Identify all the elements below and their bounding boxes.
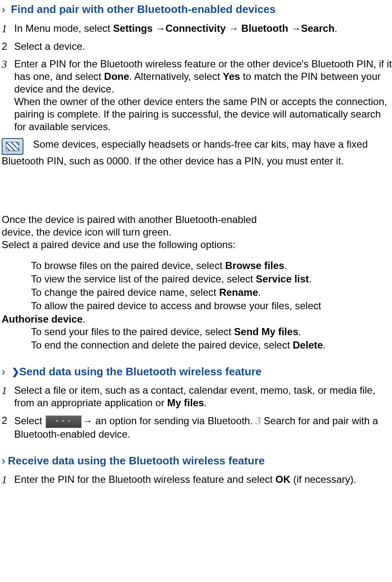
text: .: [204, 397, 207, 408]
paired-info-block: Once the device is paired with another B…: [2, 213, 392, 351]
option-line: To end the connection and delete the pai…: [31, 339, 392, 351]
option-line: To change the paired device name, select…: [31, 286, 392, 299]
text-line: device, the device icon will turn green.: [2, 226, 392, 238]
bullet-icon: ❯: [12, 367, 19, 377]
step-number: 3: [2, 58, 14, 71]
option-line: To allow the paired device to access and…: [2, 300, 392, 326]
section-title: Send data using the Bluetooth wireless f…: [19, 365, 261, 378]
chevron-icon: ›: [2, 365, 5, 378]
option-line: To send your files to the paired device,…: [31, 326, 392, 338]
text: To view the service list of the paired d…: [31, 273, 256, 285]
steps-find-pair: 1 In Menu mode, select Settings →Connect…: [2, 22, 392, 133]
step-item: 3 Enter a PIN for the Bluetooth wireless…: [2, 58, 392, 133]
text: .: [298, 326, 301, 337]
note-icon: [2, 138, 23, 155]
bold: My files: [167, 397, 204, 408]
chevron-icon: ›: [2, 3, 5, 15]
bold: Yes: [223, 71, 240, 82]
text: To send your files to the paired device,…: [31, 326, 234, 337]
bold: Rename: [219, 287, 258, 298]
bold: Delete: [293, 339, 323, 351]
step-number: 1: [2, 473, 14, 486]
text: When the owner of the other device enter…: [14, 96, 387, 132]
section-heading-receive: ›Receive data using the Bluetooth wirele…: [2, 454, 392, 468]
text: To change the paired device name, select: [31, 287, 219, 298]
arrow-icon: →: [228, 23, 241, 34]
step-item: 1 In Menu mode, select Settings →Connect…: [2, 22, 392, 35]
section-title: Find and pair with other Bluetooth-enabl…: [11, 3, 276, 15]
text: To allow the paired device to access and…: [31, 300, 321, 311]
spacer: [2, 251, 392, 259]
arrow-icon: →: [155, 23, 165, 34]
text: .: [258, 287, 261, 298]
section-heading-find-pair: › Find and pair with other Bluetooth-ena…: [2, 3, 392, 16]
text: → an option for sending via Bluetooth.: [82, 415, 256, 426]
text: . Alternatively, select: [129, 71, 223, 82]
step-body: Enter a PIN for the Bluetooth wireless f…: [14, 58, 392, 133]
steps-receive: 1 Enter the PIN for the Bluetooth wirele…: [2, 473, 392, 486]
step-body: Select → an option for sending via Bluet…: [14, 414, 392, 441]
bold: Settings: [113, 23, 155, 34]
step-body: Select a device.: [14, 40, 392, 53]
steps-send: 1 Select a file or item, such as a conta…: [2, 384, 392, 441]
note-text: Some devices, especially headsets or han…: [2, 138, 368, 167]
step-number: 2: [2, 40, 14, 53]
step-item: 2 Select a device.: [2, 40, 392, 53]
step-item: 1 Enter the PIN for the Bluetooth wirele…: [2, 473, 392, 486]
bold: Search: [301, 23, 334, 34]
inline-step-number: 3: [256, 415, 261, 426]
text: Enter the PIN for the Bluetooth wireless…: [14, 474, 275, 485]
step-body: In Menu mode, select Settings →Connectiv…: [14, 22, 392, 35]
text: .: [284, 260, 287, 271]
text: .: [82, 313, 85, 325]
option-line: To browse files on the paired device, se…: [31, 259, 392, 272]
bold: Done: [104, 71, 129, 82]
bold: Bluetooth: [241, 23, 291, 34]
text: .: [323, 339, 326, 351]
bold: Send My files: [234, 326, 298, 337]
text: To browse files on the paired device, se…: [31, 260, 225, 271]
step-body: Enter the PIN for the Bluetooth wireless…: [14, 473, 392, 486]
step-number: 1: [2, 22, 14, 35]
bold: Service list: [256, 273, 309, 285]
text: (if necessary).: [290, 474, 356, 485]
text: Select: [14, 415, 45, 426]
step-item: 2 Select → an option for sending via Blu…: [2, 414, 392, 441]
step-item: 1 Select a file or item, such as a conta…: [2, 384, 392, 409]
more-options-icon: [46, 415, 82, 428]
chevron-icon: ›: [2, 454, 5, 467]
text: .: [309, 273, 312, 285]
section-heading-send: › ❯Send data using the Bluetooth wireles…: [2, 365, 392, 379]
option-line: To view the service list of the paired d…: [31, 273, 392, 285]
text: To end the connection and delete the pai…: [31, 339, 293, 351]
bold: Connectivity: [165, 23, 228, 34]
arrow-icon: →: [291, 23, 301, 34]
text: .: [335, 23, 338, 34]
step-number: 2: [2, 414, 14, 427]
text-line: Select a paired device and use the follo…: [2, 238, 392, 251]
section-title: Receive data using the Bluetooth wireles…: [8, 454, 265, 467]
note-block: Some devices, especially headsets or han…: [2, 138, 392, 167]
step-number: 1: [2, 384, 14, 397]
bold: OK: [275, 474, 290, 485]
bold: Authorise device: [2, 313, 82, 325]
text-line: Once the device is paired with another B…: [2, 213, 392, 226]
bold: Browse files: [225, 260, 284, 271]
step-body: Select a file or item, such as a contact…: [14, 384, 392, 409]
text: In Menu mode, select: [14, 23, 113, 34]
